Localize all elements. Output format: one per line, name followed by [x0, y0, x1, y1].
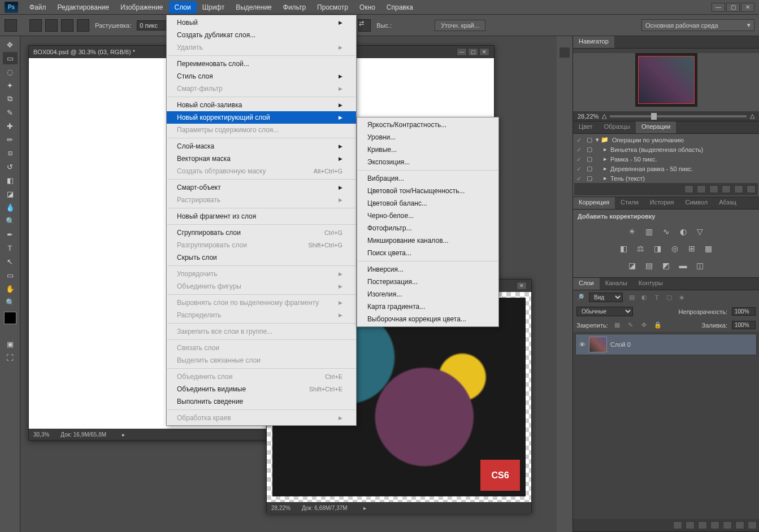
shape-tool[interactable]: ▭ — [3, 269, 18, 281]
menu-item-поиск-цвета---[interactable]: Поиск цвета... — [357, 247, 498, 259]
posterize-icon[interactable]: ▤ — [644, 260, 655, 271]
group-icon[interactable] — [723, 521, 732, 529]
menu-item-векторная-маска[interactable]: Векторная маска▶ — [167, 152, 356, 165]
selection-new-icon[interactable] — [29, 19, 42, 32]
lock-all-icon[interactable]: 🔒 — [653, 321, 662, 329]
delete-layer-icon[interactable] — [748, 521, 757, 529]
menu-редактирование[interactable]: Редактирование — [52, 1, 115, 14]
curves-icon[interactable]: ∿ — [661, 226, 672, 237]
menu-item-слой-маска[interactable]: Слой-маска▶ — [167, 140, 356, 152]
stamp-tool[interactable]: ⧈ — [3, 147, 18, 159]
doc-maximize-icon[interactable]: ▢ — [468, 48, 478, 56]
zoom-tool[interactable]: 🔍 — [3, 296, 18, 308]
menu-item-выборочная-коррекция-цвета---[interactable]: Выборочная коррекция цвета... — [357, 313, 498, 325]
layer-row[interactable]: 👁 Слой 0 — [575, 334, 757, 355]
tab-Каналы[interactable]: Каналы — [600, 278, 633, 290]
zoom-value[interactable]: 30,3% — [33, 431, 49, 438]
stop-icon[interactable] — [684, 185, 693, 193]
menu-item-создать-дубликат-слоя---[interactable]: Создать дубликат слоя... — [167, 29, 356, 41]
filter-pixel-icon[interactable]: ▤ — [627, 294, 636, 302]
menu-item-яркость-контрастность---[interactable]: Яркость/Контрастность... — [357, 119, 498, 131]
zoom-out-icon[interactable]: △ — [602, 112, 606, 120]
record-icon[interactable] — [697, 185, 706, 193]
tab-Цвет[interactable]: Цвет — [573, 121, 598, 133]
menu-item-новый-слой-заливка[interactable]: Новый слой-заливка▶ — [167, 99, 356, 111]
tab-Операции[interactable]: Операции — [636, 121, 676, 133]
link-icon[interactable] — [673, 521, 682, 529]
action-item[interactable]: ✓▢▸Рамка - 50 пикс. — [574, 154, 758, 164]
workspace-selector[interactable]: Основная рабочая среда ▾ — [641, 19, 754, 31]
hand-tool[interactable]: ✋ — [3, 282, 18, 295]
lock-trans-icon[interactable]: ▦ — [613, 321, 622, 329]
path-select-tool[interactable]: ↖ — [3, 255, 18, 268]
menu-item-черно-белое---[interactable]: Черно-белое... — [357, 210, 498, 222]
status-arrow-icon[interactable]: ▸ — [122, 431, 125, 438]
minimize-button[interactable]: — — [712, 3, 725, 12]
mask-icon[interactable] — [698, 521, 707, 529]
marquee-tool[interactable]: ▭ — [3, 52, 18, 64]
maximize-button[interactable]: ▢ — [726, 3, 740, 12]
invert-icon[interactable]: ◪ — [627, 260, 638, 271]
tab-Стили[interactable]: Стили — [615, 197, 644, 209]
menu-item-инверсия---[interactable]: Инверсия... — [357, 263, 498, 276]
panel-icon-1[interactable] — [560, 47, 570, 58]
action-set-row[interactable]: ✓ ▢ ▾ 📁 Операции по умолчанию — [574, 135, 758, 145]
filter-shape-icon[interactable]: ▢ — [665, 294, 674, 302]
tool-preset-icon[interactable] — [5, 19, 17, 32]
menu-окно[interactable]: Окно — [354, 1, 381, 14]
action-item[interactable]: ✓▢▸Тень (текст) — [574, 173, 758, 183]
selection-intersect-icon[interactable] — [77, 19, 89, 32]
filter-smart-icon[interactable]: ◈ — [677, 294, 686, 302]
menu-справка[interactable]: Справка — [381, 1, 419, 14]
wand-tool[interactable]: ✦ — [3, 79, 18, 91]
heal-tool[interactable]: ✚ — [3, 120, 18, 132]
gradient-tool[interactable]: ◪ — [3, 187, 18, 200]
menu-item-выполнить-сведение[interactable]: Выполнить сведение — [167, 395, 356, 408]
bw-icon[interactable]: ◨ — [652, 243, 663, 254]
blur-tool[interactable]: 💧 — [3, 201, 18, 213]
menu-item-уровни---[interactable]: Уровни... — [357, 131, 498, 143]
vibrance-icon[interactable]: ▽ — [695, 226, 706, 237]
navigator-tab[interactable]: Навигатор — [573, 36, 614, 48]
tab-Слои[interactable]: Слои — [573, 278, 600, 290]
dodge-tool[interactable]: 🔍 — [3, 215, 18, 227]
opacity-input[interactable] — [732, 307, 756, 316]
selection-subtract-icon[interactable] — [61, 19, 73, 32]
menu-шрифт[interactable]: Шрифт — [197, 1, 230, 14]
threshold-icon[interactable]: ◩ — [661, 260, 672, 271]
screenmode-tool[interactable]: ⛶ — [3, 351, 18, 364]
menu-слои[interactable]: Слои — [169, 1, 197, 14]
menu-item-новый-корректирующий-слой[interactable]: Новый корректирующий слой▶ — [167, 111, 356, 124]
menu-изображение[interactable]: Изображение — [115, 1, 169, 14]
lasso-tool[interactable]: ◌ — [3, 66, 18, 78]
menu-просмотр[interactable]: Просмотр — [311, 1, 354, 14]
eraser-tool[interactable]: ◧ — [3, 174, 18, 186]
menu-item-вибрация---[interactable]: Вибрация... — [357, 172, 498, 185]
tab-Символ[interactable]: Символ — [679, 197, 713, 209]
swap-icon[interactable]: ⇄ — [358, 19, 371, 32]
action-item[interactable]: ✓▢▸Деревянная рамка - 50 пикс. — [574, 164, 758, 173]
menu-файл[interactable]: Файл — [24, 1, 52, 14]
play-icon[interactable] — [709, 185, 718, 193]
brush-tool[interactable]: ✏ — [3, 133, 18, 146]
menu-фильтр[interactable]: Фильтр — [277, 1, 311, 14]
zoom-in-icon[interactable]: △ — [750, 112, 754, 120]
exposure-icon[interactable]: ◐ — [678, 226, 689, 237]
visibility-icon[interactable]: 👁 — [579, 341, 585, 348]
fill-input[interactable] — [732, 321, 756, 329]
selection-add-icon[interactable] — [45, 19, 58, 32]
brightness-icon[interactable]: ☀ — [627, 226, 638, 237]
new-action-icon[interactable] — [734, 185, 743, 193]
menu-выделение[interactable]: Выделение — [230, 1, 277, 14]
menu-item-фотофильтр---[interactable]: Фотофильтр... — [357, 222, 498, 234]
type-tool[interactable]: T — [3, 242, 18, 254]
tab-История[interactable]: История — [644, 197, 680, 209]
menu-item-новый[interactable]: Новый▶ — [167, 16, 356, 29]
menu-item-скрыть-слои[interactable]: Скрыть слои — [167, 251, 356, 264]
menu-item-смарт-объект[interactable]: Смарт-объект▶ — [167, 181, 356, 194]
tab-Контуры[interactable]: Контуры — [633, 278, 669, 290]
filter-kind-select[interactable]: Вид — [589, 293, 623, 302]
menu-item-объединить-видимые[interactable]: Объединить видимыеShift+Ctrl+E — [167, 383, 356, 395]
tab-Коррекция[interactable]: Коррекция — [573, 197, 615, 209]
navigator-zoom-slider[interactable] — [610, 115, 747, 117]
